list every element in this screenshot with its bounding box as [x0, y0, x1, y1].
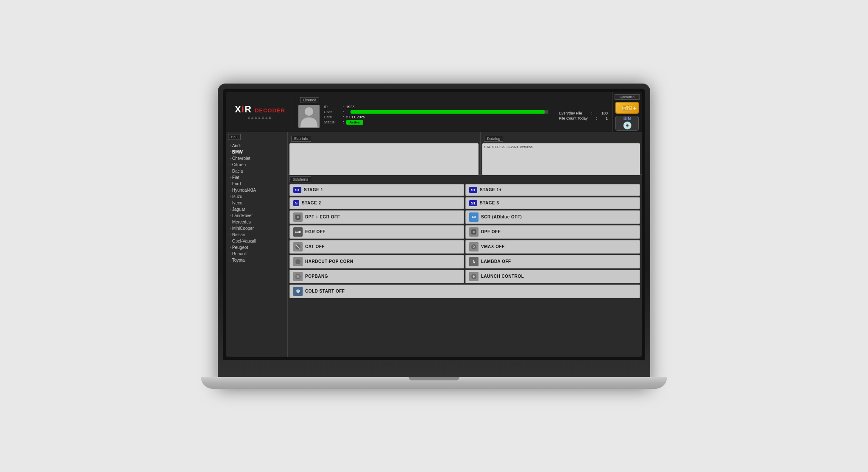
hardcut-button[interactable]: HARDCUT-POP CORN: [289, 255, 464, 268]
ecu-item-iveco[interactable]: Iveco: [230, 200, 284, 206]
status-label: Status: [324, 120, 341, 124]
ecu-info-content: [289, 143, 479, 175]
ticket-button[interactable]: 🎫 +: [615, 102, 639, 114]
everyday-colon: :: [591, 111, 593, 115]
app-logo: XiR DECODER: [235, 104, 285, 115]
cat-icon: [293, 242, 303, 251]
screen: XiR DECODER S&S&S&S Licence: [226, 92, 642, 357]
ecu-item-audi[interactable]: Audi: [230, 142, 284, 149]
vmax-button[interactable]: VMAX OFF: [465, 240, 640, 254]
ecu-header: Ecu: [228, 134, 241, 140]
dpf-egr-icon: [293, 212, 303, 222]
popbang-button[interactable]: POPBANG: [289, 270, 464, 283]
operation-panel: Operation 🎫 + BIN 💿: [612, 92, 642, 132]
ecu-item-chevrolet[interactable]: Chevrolet: [230, 155, 284, 162]
stage2-button[interactable]: S STAGE 2: [289, 197, 464, 209]
file-count-label: File Count Today: [559, 116, 587, 120]
app-ui: XiR DECODER S&S&S&S Licence: [226, 92, 642, 357]
licence-id-row: ID : 1923: [324, 105, 548, 109]
ecu-info-header: Ecu Info: [291, 136, 311, 142]
datalog-text: STARTED: 29.11.2024 15:50:55: [484, 145, 638, 149]
user-label: User: [324, 110, 341, 114]
popbang-label: POPBANG: [305, 274, 328, 279]
ecu-item-nissan[interactable]: Nissan: [230, 232, 284, 238]
info-row: Ecu Info Datalog STARTED: 29.11.2024 15:…: [288, 132, 642, 175]
laptop-wrapper: XiR DECODER S&S&S&S Licence: [201, 84, 667, 389]
vmax-label: VMAX OFF: [481, 244, 505, 249]
ecu-item-opel[interactable]: Opel-Vauxall: [230, 238, 284, 244]
scr-button[interactable]: AD SCR (ADblue OFF): [465, 210, 640, 224]
ecu-item-landrover[interactable]: LandRover: [230, 212, 284, 219]
plus-icon: +: [633, 105, 637, 112]
lambda-button[interactable]: λ LAMBDA OFF: [465, 255, 640, 268]
stage3-icon: S1: [469, 200, 477, 206]
ecu-item-toyota[interactable]: Toyota: [230, 257, 284, 263]
licence-date-row: Date : 27.11.2025: [324, 115, 548, 119]
progress-bar-fill: [351, 110, 545, 114]
top-area: XiR DECODER S&S&S&S Licence: [226, 92, 642, 132]
licence-status-row: Status : Active: [324, 120, 548, 125]
stage1plus-button[interactable]: S1 STAGE 1+: [465, 184, 640, 196]
logo-subtitle: S&S&S&S: [248, 116, 272, 120]
hardcut-label: HARDCUT-POP CORN: [305, 259, 353, 264]
ecu-item-citroen[interactable]: Citroen: [230, 162, 284, 168]
laptop-base: [201, 377, 667, 389]
ecu-item-dacia[interactable]: Dacia: [230, 168, 284, 174]
date-label: Date: [324, 115, 341, 119]
stage1plus-label: STAGE 1+: [480, 187, 502, 192]
ecu-item-jaguar[interactable]: Jaguar: [230, 206, 284, 212]
dpf-button[interactable]: DPF OFF: [465, 225, 640, 239]
content-area: Ecu Info Datalog STARTED: 29.11.2024 15:…: [288, 132, 642, 357]
ecu-item-fiat[interactable]: Fiat: [230, 174, 284, 181]
stage1-button[interactable]: S1 STAGE 1: [289, 184, 464, 196]
licence-right-stats: Everyday File : 100 File Count Today : 1: [553, 105, 608, 128]
progress-bar: [351, 110, 549, 114]
popbang-icon: [293, 272, 303, 281]
cold-start-button[interactable]: ❄ COLD START OFF: [289, 285, 640, 298]
scr-label: SCR (ADblue OFF): [481, 215, 522, 219]
licence-header: Licence: [300, 97, 319, 103]
bin-button[interactable]: BIN 💿: [615, 116, 639, 131]
dpf-label: DPF OFF: [481, 229, 501, 234]
ecu-panel: Ecu Audi BMW Chevrolet Citroen Dacia Fia…: [226, 132, 288, 357]
licence-section: Licence: [294, 92, 612, 132]
solutions-header: Solutions: [289, 176, 311, 182]
ecu-info-panel: Ecu Info: [288, 132, 481, 174]
launch-icon: [469, 272, 479, 281]
logo-decoder-text: DECODER: [255, 107, 285, 114]
datalog-header: Datalog: [484, 136, 503, 142]
cat-button[interactable]: CAT OFF: [289, 240, 464, 254]
ecu-item-isuzu[interactable]: Isuzu: [230, 193, 284, 200]
dpf-icon: [469, 227, 479, 237]
ecu-item-bmw[interactable]: BMW: [230, 149, 284, 155]
dpf-egr-button[interactable]: DPF + EGR OFF: [289, 210, 464, 224]
stage1plus-icon: S1: [469, 187, 477, 193]
stage3-button[interactable]: S1 STAGE 3: [465, 197, 640, 209]
ecu-item-minicooper[interactable]: MiniCooper: [230, 225, 284, 232]
solutions-area: Solutions S1 STAGE 1 S1: [288, 175, 642, 357]
dpf-egr-label: DPF + EGR OFF: [305, 215, 340, 219]
launch-button[interactable]: LAUNCH CONTROL: [465, 270, 640, 283]
hardcut-icon: [293, 257, 303, 266]
svg-point-5: [471, 244, 476, 249]
cold-start-label: COLD START OFF: [305, 289, 345, 293]
operation-label: Operation: [615, 94, 640, 100]
id-value: 1923: [346, 105, 355, 109]
ecu-item-ford[interactable]: Ford: [230, 181, 284, 187]
datalog-panel: Datalog STARTED: 29.11.2024 15:50:55: [481, 132, 642, 174]
lambda-label: LAMBDA OFF: [481, 259, 511, 264]
licence-content: ID : 1923 User :: [298, 105, 608, 128]
stage2-label: STAGE 2: [302, 201, 321, 205]
cold-icon: ❄: [293, 287, 303, 296]
laptop-body: XiR DECODER S&S&S&S Licence: [218, 84, 650, 389]
ecu-item-peugeot[interactable]: Peugeot: [230, 244, 284, 251]
ecu-item-mercedes[interactable]: Mercedes: [230, 219, 284, 225]
lambda-icon: λ: [469, 257, 479, 266]
avatar: [298, 105, 320, 128]
egr-button[interactable]: EGR EGR OFF: [289, 225, 464, 239]
stage3-label: STAGE 3: [480, 201, 499, 205]
licence-user-row: User :: [324, 110, 548, 114]
date-value: 27.11.2025: [346, 115, 365, 119]
ecu-item-renault[interactable]: Renault: [230, 251, 284, 257]
ecu-item-hyundai[interactable]: Hyundai-KIA: [230, 187, 284, 193]
